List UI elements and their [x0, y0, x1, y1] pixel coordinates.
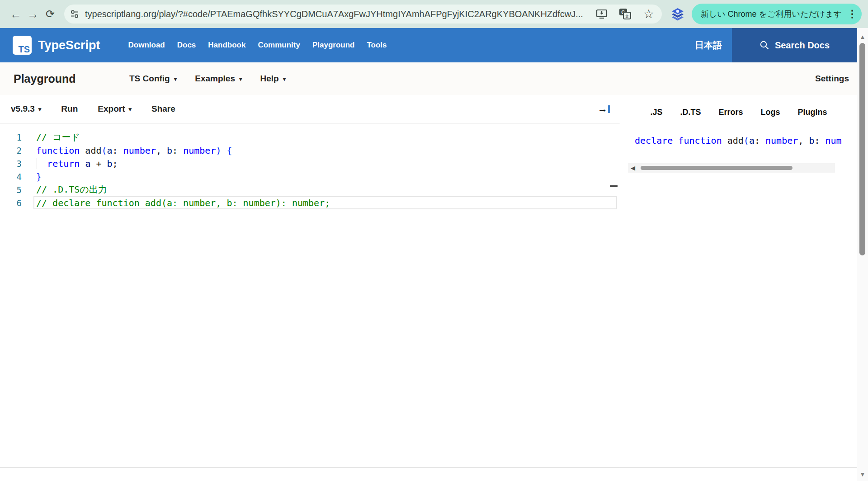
reload-button[interactable]: ⟳ — [42, 5, 59, 23]
search-docs-label: Search Docs — [775, 40, 830, 51]
tab-js[interactable]: .JS — [647, 108, 665, 120]
output-sidebar: .JS .D.TS Errors Logs Plugins declare fu… — [620, 95, 857, 467]
tab-plugins[interactable]: Plugins — [795, 108, 830, 120]
browser-chrome: ← → ⟳ typescriptlang.org/play/?#code/PTA… — [0, 0, 868, 28]
typescript-logo-text: TS — [18, 45, 30, 54]
forward-icon: → — [27, 7, 39, 21]
chevron-down-icon: ▾ — [174, 75, 177, 82]
code-line-content: function add(a: number, b: number) { — [22, 145, 232, 156]
editor-column: v5.9.3 ▾ Run Export ▾ Share → 1// コード2fu… — [0, 95, 620, 467]
line-number: 3 — [0, 159, 22, 169]
overview-ruler-mark — [610, 185, 618, 187]
run-button[interactable]: Run — [61, 104, 78, 114]
tab-dts[interactable]: .D.TS — [677, 108, 703, 120]
svg-text:文: 文 — [625, 14, 629, 19]
browser-scrollbar-thumb[interactable] — [859, 43, 865, 255]
reload-icon: ⟳ — [46, 8, 55, 20]
site-settings-icon[interactable] — [70, 9, 80, 19]
extension-icon[interactable] — [670, 6, 685, 22]
browser-vertical-scrollbar[interactable]: ▲ ▼ — [857, 28, 868, 481]
menu-help-label: Help — [260, 74, 279, 84]
search-icon — [760, 40, 769, 50]
code-line-content: // .D.TSの出力 — [22, 184, 107, 196]
nav-handbook[interactable]: Handbook — [208, 41, 245, 50]
main-nav: Download Docs Handbook Community Playgro… — [128, 41, 387, 50]
playground-main: v5.9.3 ▾ Run Export ▾ Share → 1// コード2fu… — [0, 95, 857, 468]
code-lines: 1// コード2function add(a: number, b: numbe… — [0, 131, 620, 209]
page-title: Playground — [14, 72, 129, 85]
tab-errors[interactable]: Errors — [716, 108, 746, 120]
line-number: 1 — [0, 132, 22, 142]
code-line[interactable]: 4} — [0, 170, 620, 183]
playground-bar: Playground TS Config ▾ Examples ▾ Help ▾… — [0, 62, 857, 95]
code-line[interactable]: 3 return a + b; — [0, 157, 620, 170]
chrome-menu-icon[interactable]: ⋮ — [847, 8, 857, 20]
line-number: 4 — [0, 172, 22, 182]
chrome-update-text: 新しい Chrome をご利用いただけます — [701, 9, 842, 19]
code-line[interactable]: 1// コード — [0, 131, 620, 144]
dock-bar-glyph — [608, 105, 610, 113]
menu-help[interactable]: Help ▾ — [260, 74, 286, 84]
chevron-down-icon: ▾ — [128, 106, 132, 113]
dock-arrow-glyph: → — [598, 104, 608, 114]
chevron-down-icon: ▾ — [283, 75, 286, 82]
scroll-left-arrow-icon[interactable]: ◀ — [628, 165, 638, 171]
page: TS TypeScript Download Docs Handbook Com… — [0, 28, 857, 481]
nav-community[interactable]: Community — [258, 41, 300, 50]
translate-icon[interactable]: G 文 — [618, 7, 632, 21]
sidebar-tabs: .JS .D.TS Errors Logs Plugins — [620, 108, 857, 120]
settings-button[interactable]: Settings — [815, 74, 849, 84]
code-line[interactable]: 5// .D.TSの出力 — [0, 183, 620, 196]
menu-examples[interactable]: Examples ▾ — [195, 74, 242, 84]
chevron-down-icon: ▾ — [239, 75, 242, 82]
scroll-up-arrow-icon[interactable]: ▲ — [857, 31, 868, 42]
chevron-down-icon: ▾ — [38, 106, 42, 113]
nav-download[interactable]: Download — [128, 41, 165, 50]
address-bar[interactable]: typescriptlang.org/play/?#code/PTAEmaGQf… — [64, 5, 662, 24]
search-docs-button[interactable]: Search Docs — [732, 28, 857, 62]
brand-title[interactable]: TypeScript — [38, 38, 100, 52]
url-text[interactable]: typescriptlang.org/play/?#code/PTAEmaGQf… — [85, 9, 585, 19]
forward-button[interactable]: → — [24, 5, 42, 23]
export-label: Export — [98, 104, 125, 114]
language-selector[interactable]: 日本語 — [695, 39, 722, 52]
back-icon: ← — [10, 7, 22, 21]
indent-guide — [37, 158, 37, 169]
share-button[interactable]: Share — [151, 104, 175, 114]
code-line[interactable]: 2function add(a: number, b: number) { — [0, 144, 620, 157]
dock-sidebar-icon[interactable]: → — [598, 104, 610, 114]
bookmark-star-icon[interactable]: ☆ — [642, 7, 656, 21]
scrollbar-thumb[interactable] — [641, 166, 793, 170]
menu-ts-config-label: TS Config — [129, 74, 170, 84]
output-horizontal-scrollbar[interactable]: ◀ — [628, 163, 835, 173]
code-line-content: // コード — [22, 131, 80, 143]
code-line[interactable]: 6// declare function add(a: number, b: n… — [0, 196, 620, 209]
back-button[interactable]: ← — [7, 5, 24, 23]
scroll-down-arrow-icon[interactable]: ▼ — [857, 468, 868, 480]
version-dropdown[interactable]: v5.9.3 ▾ — [11, 104, 41, 114]
tab-logs[interactable]: Logs — [758, 108, 783, 120]
code-line-content: // declare function add(a: number, b: nu… — [22, 198, 330, 208]
playground-menus: TS Config ▾ Examples ▾ Help ▾ — [129, 74, 286, 84]
code-editor[interactable]: 1// コード2function add(a: number, b: numbe… — [0, 123, 620, 467]
page-bottom — [0, 468, 857, 481]
line-number: 5 — [0, 185, 22, 195]
editor-toolbar: v5.9.3 ▾ Run Export ▾ Share → — [0, 95, 620, 123]
export-dropdown[interactable]: Export ▾ — [98, 104, 132, 114]
nav-playground[interactable]: Playground — [312, 41, 355, 50]
install-app-icon[interactable] — [595, 7, 609, 21]
chrome-update-chip[interactable]: 新しい Chrome をご利用いただけます ⋮ — [692, 4, 862, 24]
line-number: 6 — [0, 198, 22, 208]
scrollbar-track[interactable] — [638, 163, 835, 173]
typescript-logo[interactable]: TS — [13, 36, 32, 55]
code-line-content: } — [22, 171, 42, 182]
menu-ts-config[interactable]: TS Config ▾ — [129, 74, 177, 84]
line-number: 2 — [0, 146, 22, 156]
nav-docs[interactable]: Docs — [177, 41, 196, 50]
dts-output: declare function add(a: number, b: num — [620, 135, 857, 146]
site-header: TS TypeScript Download Docs Handbook Com… — [0, 28, 857, 62]
menu-examples-label: Examples — [195, 74, 235, 84]
version-label: v5.9.3 — [11, 104, 35, 114]
code-line-content: return a + b; — [22, 158, 118, 169]
nav-tools[interactable]: Tools — [367, 41, 387, 50]
